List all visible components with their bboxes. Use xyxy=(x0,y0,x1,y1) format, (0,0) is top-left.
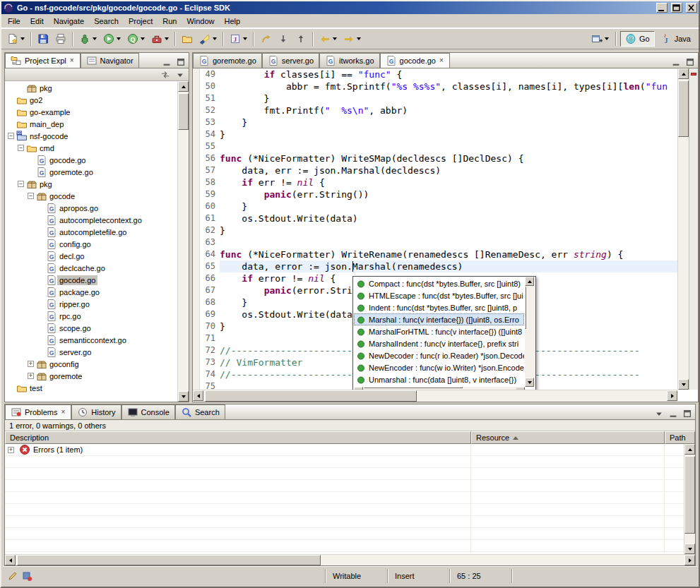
column-path[interactable]: Path xyxy=(665,431,695,444)
autocomplete-item-marshalforhtml[interactable]: MarshalForHTML : func(v interface{}) ([]… xyxy=(354,325,524,337)
minimize-view-icon[interactable] xyxy=(667,408,680,419)
scroll-track[interactable] xyxy=(678,79,689,379)
editor-tab-itworks-go[interactable]: Gitworks.go xyxy=(319,53,380,68)
view-menu-icon[interactable] xyxy=(174,69,186,80)
scroll-track[interactable] xyxy=(178,92,189,391)
autocomplete-item-newdecoder[interactable]: NewDecoder : func(r io.Reader) *json.Dec… xyxy=(354,349,524,361)
editor-vscrollbar[interactable] xyxy=(677,68,689,390)
autocomplete-item-marshal[interactable]: Marshal : func(v interface{}) ([]uint8, … xyxy=(354,313,524,325)
scroll-down-button[interactable] xyxy=(178,391,189,402)
problems-tab-search[interactable]: Search xyxy=(175,404,225,419)
editor-hscrollbar[interactable] xyxy=(193,390,677,402)
scroll-left-button[interactable] xyxy=(5,555,16,565)
autocomplete-item-newencoder[interactable]: NewEncoder : func(w io.Writer) *json.Enc… xyxy=(354,361,524,373)
scroll-thumb[interactable] xyxy=(684,456,695,534)
save-button[interactable] xyxy=(35,31,52,47)
minimize-view-icon[interactable] xyxy=(160,56,173,68)
link-with-editor-icon[interactable] xyxy=(159,69,172,80)
overview-ruler[interactable] xyxy=(689,68,698,390)
close-button[interactable] xyxy=(686,3,697,13)
collapse-icon[interactable]: − xyxy=(28,193,34,199)
print-button[interactable] xyxy=(52,31,69,47)
tree-item-test[interactable]: test xyxy=(5,382,177,394)
code-line-50[interactable]: 50 abbr = fmt.Sprintf("%s %s%s", classes… xyxy=(193,80,677,92)
code-line-64[interactable]: 64func (*NiceFormatter) WriteRename(rena… xyxy=(193,248,677,260)
dropdown-arrow-icon[interactable] xyxy=(605,37,609,40)
close-tab-icon[interactable]: × xyxy=(60,409,66,416)
expand-icon[interactable]: + xyxy=(28,373,34,379)
tree-item-gocode-go[interactable]: Ggocode.go xyxy=(5,274,177,286)
tree-item-autocompletecontext-go[interactable]: Gautocompletecontext.go xyxy=(5,214,177,226)
problems-tab-history[interactable]: History xyxy=(71,404,121,419)
back-button[interactable] xyxy=(316,31,340,47)
popup-hscrollbar[interactable] xyxy=(354,387,525,390)
code-line-59[interactable]: 59 panic(err.String()) xyxy=(193,188,677,200)
tree-item-package-go[interactable]: Gpackage.go xyxy=(5,286,177,298)
expand-icon[interactable]: + xyxy=(28,361,34,367)
minimize-view-icon[interactable] xyxy=(670,56,682,68)
run-button[interactable] xyxy=(100,31,124,47)
tree-item-cmd[interactable]: −cmd xyxy=(5,142,177,154)
scroll-thumb[interactable] xyxy=(17,555,321,565)
scroll-down-button[interactable] xyxy=(678,379,689,390)
problems-row-errors-1-item[interactable]: +Errors (1 item) xyxy=(5,444,684,456)
perspective-go[interactable]: Go xyxy=(620,31,655,47)
scroll-right-button[interactable] xyxy=(516,387,525,390)
code-line-54[interactable]: 54} xyxy=(193,128,677,140)
explorer-tab-project-expl[interactable]: Project Expl× xyxy=(5,53,81,68)
coverage-button[interactable]: Q xyxy=(124,31,148,47)
search-button[interactable] xyxy=(196,31,220,47)
scroll-right-button[interactable] xyxy=(667,390,677,401)
debug-button[interactable] xyxy=(76,31,100,47)
scroll-left-button[interactable] xyxy=(193,390,203,401)
tree-item-gocode[interactable]: −gocode xyxy=(5,190,177,202)
maximize-view-icon[interactable] xyxy=(681,408,694,419)
code-line-49[interactable]: 49 if classes[i] == "func" { xyxy=(193,68,677,80)
scroll-left-button[interactable] xyxy=(354,387,363,390)
last-edit-button[interactable] xyxy=(257,31,274,47)
expand-icon[interactable]: + xyxy=(8,447,14,453)
problems-hscrollbar[interactable] xyxy=(5,554,695,565)
scroll-thumb[interactable] xyxy=(678,80,689,137)
collapse-icon[interactable]: − xyxy=(8,133,14,139)
code-line-53[interactable]: 53 } xyxy=(193,116,677,128)
code-line-56[interactable]: 56func (*NiceFormatter) WriteSMap(declde… xyxy=(193,152,677,164)
menu-project[interactable]: Project xyxy=(124,16,158,27)
trim-marker-icon[interactable] xyxy=(20,570,34,582)
tree-item-server-go[interactable]: Gserver.go xyxy=(5,346,177,358)
editor-tab-goremote-go[interactable]: Ggoremote.go xyxy=(193,53,262,68)
dropdown-arrow-icon[interactable] xyxy=(243,37,247,40)
autocomplete-item-marshalindent[interactable]: MarshalIndent : func(v interface{}, pref… xyxy=(354,337,524,349)
autocomplete-item-compact[interactable]: Compact : func(dst *bytes.Buffer, src []… xyxy=(354,277,524,289)
tree-item-rpc-go[interactable]: Grpc.go xyxy=(5,310,177,322)
scroll-thumb[interactable] xyxy=(205,390,417,402)
problems-tab-console[interactable]: Console xyxy=(121,404,175,419)
tree-item-go2[interactable]: go2 xyxy=(5,94,177,106)
code-line-65[interactable]: 65 data, error := json.Marshal(renamedes… xyxy=(193,260,677,272)
scroll-up-button[interactable] xyxy=(525,277,534,286)
maximize-button[interactable] xyxy=(671,3,682,13)
view-menu-icon[interactable] xyxy=(653,408,665,419)
scroll-up-button[interactable] xyxy=(178,81,189,92)
dropdown-arrow-icon[interactable] xyxy=(333,37,337,40)
open-perspective-button[interactable] xyxy=(588,31,612,47)
column-description[interactable]: Description xyxy=(5,431,471,444)
tree-item-nsf-gocode[interactable]: −GOnsf-gocode xyxy=(5,130,177,142)
tree-item-pkg[interactable]: pkg xyxy=(5,82,177,94)
code-editor[interactable]: 49 if classes[i] == "func" {50 abbr = fm… xyxy=(193,68,677,390)
autocomplete-item-htmlescape[interactable]: HTMLEscape : func(dst *bytes.Buffer, src… xyxy=(354,289,524,301)
tree-item-gocode-go[interactable]: Ggocode.go xyxy=(5,154,177,166)
scroll-thumb[interactable] xyxy=(364,387,463,388)
autocomplete-item-indent[interactable]: Indent : func(dst *bytes.Buffer, src []u… xyxy=(354,301,524,313)
tree-item-apropos-go[interactable]: Gapropos.go xyxy=(5,202,177,214)
new-java-button[interactable]: J xyxy=(227,31,250,47)
code-line-63[interactable]: 63 xyxy=(193,236,677,248)
menu-navigate[interactable]: Navigate xyxy=(49,16,89,27)
code-line-58[interactable]: 58 if err != nil { xyxy=(193,176,677,188)
next-annotation-button[interactable] xyxy=(275,31,292,47)
scroll-thumb[interactable] xyxy=(178,93,189,130)
open-resource-button[interactable] xyxy=(179,31,196,47)
dropdown-arrow-icon[interactable] xyxy=(141,37,145,40)
collapse-icon[interactable]: − xyxy=(18,145,24,151)
menu-help[interactable]: Help xyxy=(220,16,246,27)
